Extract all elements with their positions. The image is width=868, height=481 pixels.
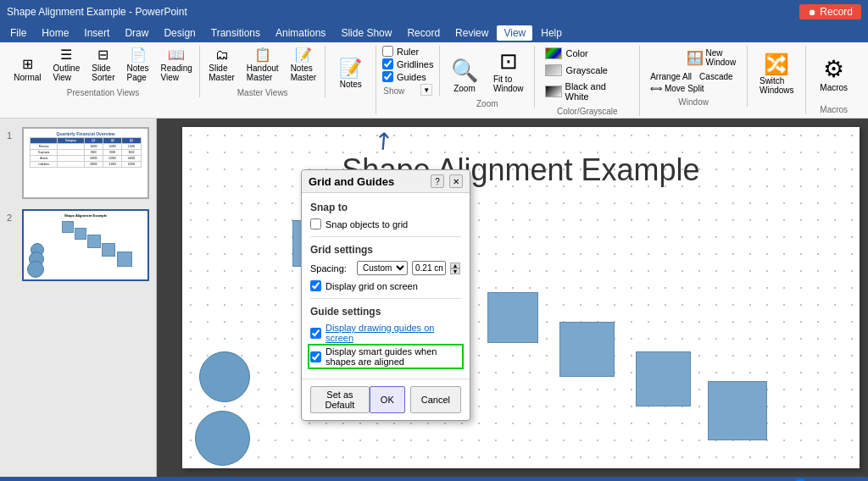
guides-checkbox[interactable] — [382, 71, 393, 82]
black-white-button[interactable]: Black and White — [542, 80, 632, 103]
menu-record[interactable]: Record — [400, 25, 447, 41]
fit-to-window-button[interactable]: ⊡ Fit toWindow — [487, 46, 530, 96]
display-grid-checkbox[interactable] — [310, 280, 321, 291]
slide-master-button[interactable]: 🗂 SlideMaster — [204, 46, 239, 85]
status-bar: Slide 2 of 2 Office Theme English (Unite… — [0, 477, 868, 481]
slide-item-1[interactable]: 1 Quarterly Financial Overview CategoryQ… — [5, 125, 151, 201]
new-window-button[interactable]: 🪟 NewWindow — [682, 46, 741, 69]
menu-slideshow[interactable]: Slide Show — [334, 25, 398, 41]
spacing-row: Spacing: Custom ▲ ▼ — [310, 261, 461, 275]
switch-windows-button[interactable]: 🔀 SwitchWindows — [754, 50, 800, 97]
ribbon-group-window: 🪟 NewWindow Arrange All Cascade ⟺ Move S… — [640, 46, 748, 107]
move-split-button[interactable]: ⟺ Move Split — [647, 83, 740, 94]
notes-button[interactable]: 📝 Notes — [335, 46, 366, 102]
slide-canvas: Shape Alignment Example — [182, 127, 860, 468]
menu-bar: File Home Insert Draw Design Transitions… — [0, 24, 868, 42]
menu-design[interactable]: Design — [157, 25, 202, 41]
ribbon-pointer-arrow: ↗ — [366, 127, 399, 158]
notes-page-icon: 📄 — [130, 48, 147, 62]
slide-master-icon: 🗂 — [215, 48, 229, 62]
macros-button[interactable]: ⚙ Macros — [812, 44, 855, 103]
notes-page-button[interactable]: 📄 NotesPage — [122, 46, 153, 85]
menu-insert[interactable]: Insert — [77, 25, 116, 41]
title-bar: Shape Alignment Example - PowerPoint Rec… — [0, 0, 868, 24]
smart-guides-checkbox[interactable] — [310, 351, 321, 362]
normal-view-icon: ⊞ — [22, 58, 33, 71]
menu-file[interactable]: File — [3, 25, 33, 41]
smart-guides-row: Display smart guides when shapes are ali… — [310, 346, 461, 367]
ribbon: ⊞ Normal ☰ OutlineView ⊟ SlideSorter 📄 N… — [0, 42, 868, 119]
handout-master-button[interactable]: 📋 HandoutMaster — [242, 46, 283, 85]
arrange-all-button[interactable]: Arrange All — [647, 71, 695, 82]
menu-help[interactable]: Help — [534, 25, 569, 41]
grid-settings-label: Grid settings — [310, 244, 461, 256]
grayscale-button[interactable]: Grayscale — [542, 63, 632, 78]
slide-sorter-icon: ⊟ — [97, 48, 108, 62]
reading-view-icon: 📖 — [168, 48, 185, 62]
gridlines-checkbox-label[interactable]: Gridlines — [382, 58, 433, 69]
menu-view[interactable]: View — [497, 25, 532, 41]
dialog-close-button[interactable]: ✕ — [449, 174, 463, 188]
divider-2 — [310, 298, 461, 299]
slide-panel: 1 Quarterly Financial Overview CategoryQ… — [0, 119, 157, 477]
main-area: 1 Quarterly Financial Overview CategoryQ… — [0, 119, 868, 477]
canvas-area[interactable]: Shape Alignment Example — [157, 119, 868, 477]
drawing-guides-checkbox[interactable] — [310, 328, 321, 339]
color-swatch — [545, 47, 562, 59]
snap-to-grid-label: Snap objects to grid — [326, 219, 408, 229]
menu-review[interactable]: Review — [448, 25, 495, 41]
notes-master-icon: 📝 — [295, 48, 312, 62]
bw-swatch — [545, 86, 561, 97]
snap-section-label: Snap to — [310, 202, 461, 213]
slide-item-2[interactable]: 2 Shape Alignment Example — [5, 207, 151, 283]
spacing-value-input[interactable] — [412, 261, 446, 275]
display-grid-label: Display grid on screen — [326, 281, 418, 291]
ribbon-group-color: Color Grayscale Black and White Color/Gr… — [535, 46, 640, 116]
guides-checkbox-label[interactable]: Guides — [382, 71, 433, 82]
reading-view-button[interactable]: 📖 ReadingView — [157, 46, 197, 85]
grid-and-guides-dialog: Grid and Guides ? ✕ Snap to Snap objects… — [301, 169, 470, 421]
ribbon-group-master-views: 🗂 SlideMaster 📋 HandoutMaster 📝 NotesMas… — [200, 46, 326, 97]
record-button[interactable]: Record — [799, 4, 861, 19]
drawing-guides-label: Display drawing guides on screen — [326, 323, 461, 343]
spin-down-button[interactable]: ▼ — [450, 268, 460, 274]
divider-1 — [310, 236, 461, 237]
ok-button[interactable]: OK — [370, 386, 405, 413]
menu-draw[interactable]: Draw — [118, 25, 155, 41]
thumb2-shapes — [24, 219, 147, 270]
ribbon-group-presentation-views: ⊞ Normal ☰ OutlineView ⊟ SlideSorter 📄 N… — [7, 46, 200, 97]
outline-view-icon: ☰ — [60, 48, 72, 62]
smart-guides-label: Display smart guides when shapes are ali… — [326, 346, 461, 367]
spacing-type-select[interactable]: Custom — [357, 261, 408, 275]
cancel-button[interactable]: Cancel — [410, 386, 461, 413]
ribbon-group-notes: 📝 Notes — [326, 46, 376, 114]
normal-view-button[interactable]: ⊞ Normal — [9, 55, 45, 85]
zoom-button[interactable]: 🔍 Zoom — [445, 55, 484, 96]
menu-home[interactable]: Home — [35, 25, 75, 41]
slide-sorter-button[interactable]: ⊟ SlideSorter — [87, 46, 119, 85]
macros-icon: ⚙ — [823, 55, 844, 83]
notes-icon: 📝 — [339, 59, 362, 78]
menu-animations[interactable]: Animations — [269, 25, 332, 41]
menu-transitions[interactable]: Transitions — [204, 25, 267, 41]
grayscale-swatch — [545, 64, 562, 76]
notes-master-button[interactable]: 📝 NotesMaster — [287, 46, 321, 85]
snap-to-grid-checkbox[interactable] — [310, 218, 321, 229]
spin-up-button[interactable]: ▲ — [450, 263, 460, 268]
show-expand-button[interactable]: ▼ — [420, 84, 432, 96]
dialog-footer: Set as Default OK Cancel — [302, 379, 470, 420]
app-title: Shape Alignment Example - PowerPoint — [7, 6, 187, 18]
dialog-help-button[interactable]: ? — [431, 174, 444, 188]
guide-settings-label: Guide settings — [310, 306, 461, 318]
outline-view-button[interactable]: ☰ OutlineView — [49, 46, 85, 85]
snap-to-grid-row: Snap objects to grid — [310, 218, 461, 229]
ruler-checkbox-label[interactable]: Ruler — [382, 46, 433, 57]
ruler-checkbox[interactable] — [382, 46, 393, 57]
color-button[interactable]: Color — [542, 46, 632, 61]
set-default-button[interactable]: Set as Default — [310, 386, 370, 413]
cascade-button[interactable]: Cascade — [696, 71, 740, 82]
fit-window-icon: ⊡ — [499, 48, 518, 75]
gridlines-checkbox[interactable] — [382, 58, 393, 69]
slide-thumb-2[interactable]: Shape Alignment Example — [22, 209, 149, 281]
slide-thumb-1[interactable]: Quarterly Financial Overview CategoryQ1Q… — [22, 127, 149, 199]
